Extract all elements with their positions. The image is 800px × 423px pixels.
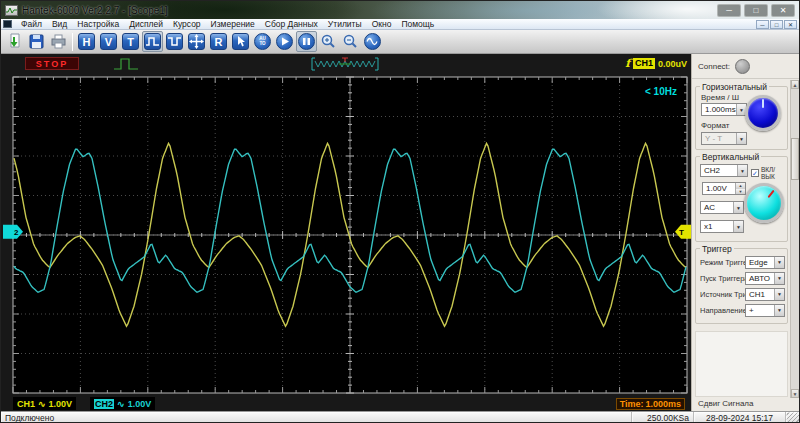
chevron-down-icon: ▼ [733,221,743,232]
zoom-in-icon [320,33,337,50]
trigger-level-readout: 0.00uV [658,59,687,69]
menu-item-8[interactable]: Окно [367,19,397,30]
volts-div-stepper[interactable]: 1.00V ▲▼ [702,182,746,195]
scope-area: STOP f CH1 0.00uV 2T< 10Hz CH1∿1.00V CH2… [1,54,691,411]
title-bar[interactable]: Hantek-6000 Ver2.2.7 - [Scope1] ─ □ ✕ [1,1,799,19]
chevron-down-icon: ▼ [737,165,747,176]
horizontal-group-title: Горизонтальный [700,82,769,92]
cursor-arrow-icon [232,33,249,50]
scroll-down-icon[interactable]: ▼ [791,389,799,398]
chevron-down-icon: ▼ [774,257,784,268]
ch2-coupling-icon: ∿ [117,399,125,409]
trigger-row-select[interactable]: CH1▼ [745,288,785,301]
menu-item-6[interactable]: Сбор Данных [260,19,323,30]
channel-readout-bar: CH1∿1.00V CH2∿1.00V Time:1.000ms [1,396,691,411]
trigger-row-3: Направление Тр+▼ [696,302,787,318]
horizontal-panel-icon: H [78,33,95,50]
waveform-display[interactable]: 2T< 10Hz [1,74,691,396]
scroll-up-icon[interactable]: ▲ [791,80,799,89]
channel-enable-checkbox[interactable]: ✓ ВКЛ/ВЫК [751,166,787,180]
save-button[interactable] [26,31,47,52]
trigger-group: Триггер Режим ТриггераEdge▼Пуск Триггера… [695,248,788,324]
run-button[interactable] [274,31,295,52]
vertical-panel-button[interactable]: V [98,31,119,52]
ch1-readout[interactable]: CH1∿1.00V [13,397,76,410]
maximize-button[interactable]: □ [744,4,768,17]
print-button[interactable] [48,31,69,52]
horizontal-panel-button[interactable]: H [76,31,97,52]
panel-scrollbar[interactable]: ▲ ▼ [790,80,799,398]
mdi-restore-button[interactable]: □ [770,20,783,29]
menu-item-4[interactable]: Курсор [168,19,206,30]
app-icon [5,5,18,16]
trigger-row-select[interactable]: +▼ [745,304,785,317]
signal-shift-label: Сдвиг Сигнала [698,399,753,408]
trigger-panel-icon: T [122,33,139,50]
menu-item-9[interactable]: Помощь [396,19,439,30]
menu-item-5[interactable]: Измерение [206,19,260,30]
pointer-tool-button[interactable] [230,31,251,52]
panel-empty-area [695,331,788,397]
pulse-mode-button[interactable] [142,31,163,52]
toolbar-separator [72,33,73,51]
datetime: 28-09-2024 15:17 [694,412,786,423]
pause-button[interactable] [296,31,317,52]
menu-item-3[interactable]: Дисплей [124,19,168,30]
auto-range-button[interactable] [186,31,207,52]
buffer-preview[interactable] [309,56,381,72]
ch2-label: CH2 [94,399,114,409]
autoset-button[interactable]: AUTO [252,31,273,52]
trigger-type-icon [113,56,139,72]
horizontal-position-knob[interactable] [745,95,781,131]
play-icon [276,33,293,50]
chevron-down-icon: ▼ [774,289,784,300]
close-button[interactable]: ✕ [771,4,795,17]
menu-item-1[interactable]: Вид [47,19,72,30]
print-icon [50,33,67,50]
pulse-cursor-icon [166,33,183,50]
zoom-out-button[interactable] [340,31,361,52]
connect-indicator-button[interactable] [735,59,750,74]
ch1-scale: 1.00V [49,399,73,409]
trigger-row-select[interactable]: Edge▼ [745,256,785,269]
pulse-measure-button[interactable] [164,31,185,52]
acquisition-bar: STOP f CH1 0.00uV [1,54,691,74]
vertical-group-title: Вертикальный [700,152,761,162]
channel-enable-label: ВКЛ/ВЫК [761,166,787,180]
menu-item-2[interactable]: Настройка [72,19,124,30]
resize-grip[interactable] [786,412,799,423]
self-calibration-button[interactable] [362,31,383,52]
menu-item-7[interactable]: Утилиты [323,19,367,30]
trigger-row-label: Направление Тр [700,306,745,315]
ch2-readout[interactable]: CH2∿1.00V [90,397,155,410]
mdi-minimize-button[interactable]: ─ [756,20,769,29]
coupling-select[interactable]: AC▼ [700,201,744,214]
spin-down-icon[interactable]: ▼ [736,189,745,195]
connect-label: Connect: [698,62,730,71]
probe-select[interactable]: x1▼ [700,220,744,233]
ch2-scale: 1.00V [128,399,152,409]
open-file-button[interactable] [4,31,25,52]
record-button[interactable]: R [208,31,229,52]
autoset-icon: AUTO [254,33,271,50]
pulse-wave-icon [144,33,161,50]
control-panel: Connect: Горизонтальный Время / Ш 1.000m… [691,54,799,411]
channel-select[interactable]: CH2▼ [700,164,748,177]
timebase-select[interactable]: 1.000ms▼ [701,103,747,116]
trigger-row-select[interactable]: АВТО▼ [745,272,785,285]
acquisition-status-badge: STOP [25,57,79,70]
zoom-in-button[interactable] [318,31,339,52]
mdi-close-button[interactable]: ✕ [784,20,797,29]
vertical-position-knob[interactable] [744,183,784,223]
cross-arrows-icon [188,33,205,50]
frequency-warning: < 10Hz [645,86,677,97]
scroll-thumb[interactable] [791,138,799,180]
horizontal-group: Горизонтальный Время / Ш 1.000ms▼ Формат… [695,86,788,150]
minimize-button[interactable]: ─ [717,4,741,17]
trigger-panel-button[interactable]: T [120,31,141,52]
trigger-row-0: Режим ТриггераEdge▼ [696,254,787,270]
format-label: Формат [701,121,729,130]
trigger-slope-icon: f [625,57,630,70]
window-title: Hantek-6000 Ver2.2.7 - [Scope1] [22,5,168,16]
menu-item-0[interactable]: Файл [16,19,47,30]
